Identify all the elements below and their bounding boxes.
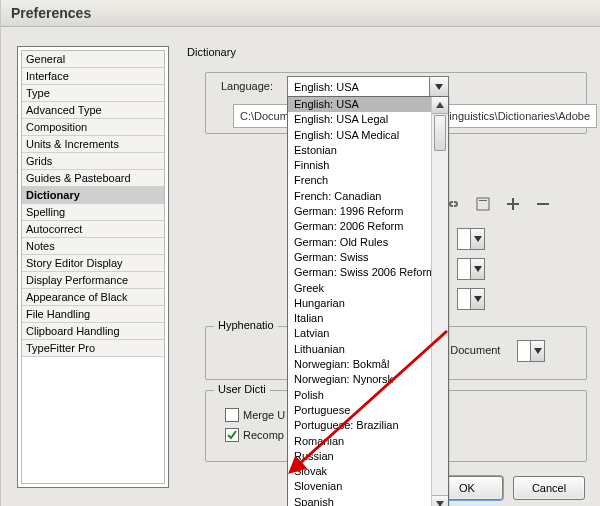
checkbox-icon bbox=[225, 408, 239, 422]
remove-icon[interactable] bbox=[535, 196, 551, 212]
sidebar-item-advanced-type[interactable]: Advanced Type bbox=[22, 102, 164, 119]
sidebar-item-clipboard-handling[interactable]: Clipboard Handling bbox=[22, 323, 164, 340]
language-option[interactable]: German: Swiss 2006 Reform bbox=[288, 265, 432, 280]
window-title: Preferences bbox=[1, 0, 600, 27]
checkbox-icon bbox=[225, 428, 239, 442]
sidebar-item-units-increments[interactable]: Units & Increments bbox=[22, 136, 164, 153]
language-option[interactable]: Greek bbox=[288, 281, 432, 296]
sidebar-item-grids[interactable]: Grids bbox=[22, 153, 164, 170]
language-option[interactable]: English: USA Legal bbox=[288, 112, 432, 127]
add-icon[interactable] bbox=[505, 196, 521, 212]
sidebar-item-dictionary[interactable]: Dictionary bbox=[22, 187, 164, 204]
sidebar-item-guides-pasteboard[interactable]: Guides & Pasteboard bbox=[22, 170, 164, 187]
language-option[interactable]: German: Swiss bbox=[288, 250, 432, 265]
recompose-checkbox-label: Recomp bbox=[243, 429, 284, 441]
language-option[interactable]: Slovenian bbox=[288, 479, 432, 494]
language-option[interactable]: Romanian bbox=[288, 434, 432, 449]
scroll-thumb[interactable] bbox=[434, 115, 446, 151]
aux-combo-2[interactable] bbox=[457, 258, 485, 280]
language-option[interactable]: Norwegian: Bokmål bbox=[288, 357, 432, 372]
scroll-up-icon[interactable] bbox=[432, 97, 448, 114]
language-option[interactable]: French: Canadian bbox=[288, 189, 432, 204]
language-option[interactable]: German: Old Rules bbox=[288, 235, 432, 250]
language-option[interactable]: English: USA bbox=[288, 97, 432, 112]
aux-combo-3[interactable] bbox=[457, 288, 485, 310]
sidebar-item-notes[interactable]: Notes bbox=[22, 238, 164, 255]
compose-combo[interactable] bbox=[517, 340, 545, 362]
scrollbar[interactable] bbox=[431, 97, 448, 506]
language-option[interactable]: Russian bbox=[288, 449, 432, 464]
dropdown-icon[interactable] bbox=[470, 289, 484, 309]
new-icon[interactable] bbox=[475, 196, 491, 212]
sidebar-item-type[interactable]: Type bbox=[22, 85, 164, 102]
sidebar-item-composition[interactable]: Composition bbox=[22, 119, 164, 136]
language-option[interactable]: Latvian bbox=[288, 326, 432, 341]
dictionary-path-left: C:\Docum bbox=[240, 110, 289, 122]
dropdown-icon[interactable] bbox=[429, 77, 448, 97]
dropdown-icon[interactable] bbox=[470, 229, 484, 249]
language-dropdown-list: English: USAEnglish: USA LegalEnglish: U… bbox=[288, 97, 432, 506]
language-option[interactable]: Portuguese: Brazilian bbox=[288, 418, 432, 433]
language-option[interactable]: Slovak bbox=[288, 464, 432, 479]
svg-rect-1 bbox=[479, 200, 487, 201]
language-option[interactable]: Lithuanian bbox=[288, 342, 432, 357]
language-label: Language: bbox=[221, 80, 273, 92]
sidebar-item-display-performance[interactable]: Display Performance bbox=[22, 272, 164, 289]
language-option[interactable]: Estonian bbox=[288, 143, 432, 158]
language-dropdown[interactable]: English: USAEnglish: USA LegalEnglish: U… bbox=[287, 96, 449, 506]
main-panel: Dictionary Language: English: USA C:\Doc… bbox=[187, 46, 600, 506]
language-option[interactable]: French bbox=[288, 173, 432, 188]
merge-checkbox-label: Merge U bbox=[243, 409, 285, 421]
window-body: GeneralInterfaceTypeAdvanced TypeComposi… bbox=[1, 26, 600, 506]
language-option[interactable]: Italian bbox=[288, 311, 432, 326]
hyphenation-legend: Hyphenatio bbox=[214, 319, 278, 331]
sidebar-item-general[interactable]: General bbox=[22, 51, 164, 68]
sidebar-item-typefitter-pro[interactable]: TypeFitter Pro bbox=[22, 340, 164, 357]
language-option[interactable]: Portuguese bbox=[288, 403, 432, 418]
language-option[interactable]: Hungarian bbox=[288, 296, 432, 311]
language-option[interactable]: Spanish bbox=[288, 495, 432, 506]
language-combo[interactable]: English: USA bbox=[287, 76, 449, 98]
sidebar-item-autocorrect[interactable]: Autocorrect bbox=[22, 221, 164, 238]
aux-combo-1[interactable] bbox=[457, 228, 485, 250]
sidebar: GeneralInterfaceTypeAdvanced TypeComposi… bbox=[17, 46, 169, 488]
sidebar-item-story-editor-display[interactable]: Story Editor Display bbox=[22, 255, 164, 272]
language-option[interactable]: German: 1996 Reform bbox=[288, 204, 432, 219]
language-option[interactable]: German: 2006 Reform bbox=[288, 219, 432, 234]
language-option[interactable]: Polish bbox=[288, 388, 432, 403]
scroll-down-icon[interactable] bbox=[432, 495, 448, 506]
sidebar-item-appearance-of-black[interactable]: Appearance of Black bbox=[22, 289, 164, 306]
user-dictionary-legend: User Dicti bbox=[214, 383, 270, 395]
merge-checkbox[interactable]: Merge U bbox=[225, 408, 285, 422]
svg-rect-0 bbox=[477, 198, 489, 210]
preferences-window: Preferences GeneralInterfaceTypeAdvanced… bbox=[0, 0, 600, 506]
language-combo-value: English: USA bbox=[288, 81, 429, 93]
sidebar-item-file-handling[interactable]: File Handling bbox=[22, 306, 164, 323]
section-title: Dictionary bbox=[187, 46, 236, 58]
language-option[interactable]: English: USA Medical bbox=[288, 128, 432, 143]
recompose-checkbox[interactable]: Recomp bbox=[225, 428, 284, 442]
dropdown-icon[interactable] bbox=[470, 259, 484, 279]
dropdown-icon[interactable] bbox=[530, 341, 544, 361]
cancel-button[interactable]: Cancel bbox=[513, 476, 585, 500]
svg-rect-2 bbox=[537, 203, 549, 205]
sidebar-item-spelling[interactable]: Spelling bbox=[22, 204, 164, 221]
path-tool-icons bbox=[445, 196, 551, 212]
sidebar-item-interface[interactable]: Interface bbox=[22, 68, 164, 85]
language-option[interactable]: Finnish bbox=[288, 158, 432, 173]
language-option[interactable]: Norwegian: Nynorsk bbox=[288, 372, 432, 387]
